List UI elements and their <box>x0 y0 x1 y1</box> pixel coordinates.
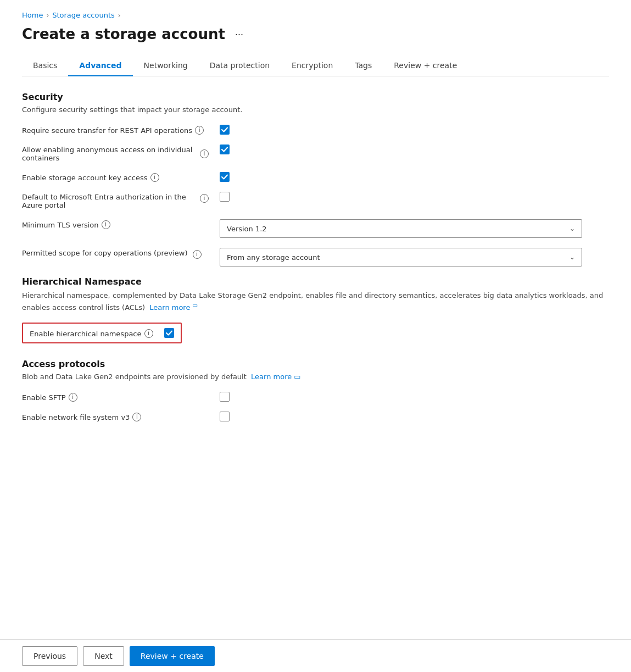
key-access-checkbox[interactable] <box>220 172 230 182</box>
breadcrumb-storage[interactable]: Storage accounts <box>52 11 115 19</box>
tabs-nav: Basics Advanced Networking Data protecti… <box>22 55 609 76</box>
breadcrumb-home[interactable]: Home <box>22 11 43 19</box>
copy-scope-info-icon[interactable]: i <box>193 250 202 259</box>
tab-networking[interactable]: Networking <box>133 55 199 76</box>
hierarchical-description: Hierarchical namespace, complemented by … <box>22 290 609 313</box>
copy-scope-arrow: ⌄ <box>569 253 575 261</box>
access-protocols-ext-icon: ▭ <box>294 373 300 381</box>
hns-info-icon[interactable]: i <box>144 329 153 338</box>
key-access-label: Enable storage account key access i <box>22 172 209 182</box>
hns-label: Enable hierarchical namespace i <box>30 328 153 338</box>
tls-version-value: Version 1.2 <box>227 225 267 233</box>
breadcrumb: Home › Storage accounts › <box>22 11 609 19</box>
copy-scope-dropdown[interactable]: From any storage account ⌄ <box>220 248 582 266</box>
nfs-row: Enable network file system v3 i <box>22 412 609 421</box>
access-protocols-description: Blob and Data Lake Gen2 endpoints are pr… <box>22 373 609 381</box>
content-area: Security Configure security settings tha… <box>22 92 609 486</box>
tab-review-create[interactable]: Review + create <box>383 55 468 76</box>
access-protocols-title: Access protocols <box>22 359 609 369</box>
security-section: Security Configure security settings tha… <box>22 92 609 266</box>
copy-scope-label: Permitted scope for copy operations (pre… <box>22 248 209 259</box>
sftp-label: Enable SFTP i <box>22 392 209 402</box>
tab-advanced[interactable]: Advanced <box>68 55 132 76</box>
review-create-button[interactable]: Review + create <box>130 646 215 666</box>
entra-auth-label: Default to Microsoft Entra authorization… <box>22 192 209 209</box>
tab-tags[interactable]: Tags <box>344 55 383 76</box>
secure-transfer-checkbox[interactable] <box>220 125 230 135</box>
next-button[interactable]: Next <box>83 646 124 666</box>
tls-version-label: Minimum TLS version i <box>22 219 209 229</box>
hns-checkbox[interactable] <box>164 328 174 338</box>
key-access-info-icon[interactable]: i <box>150 173 159 182</box>
secure-transfer-row: Require secure transfer for REST API ope… <box>22 125 609 135</box>
hierarchical-learn-more[interactable]: Learn more ▭ <box>149 303 198 312</box>
anonymous-access-row: Allow enabling anonymous access on indiv… <box>22 145 609 162</box>
secure-transfer-info-icon[interactable]: i <box>195 126 204 135</box>
page-header: Create a storage account ··· <box>22 26 609 42</box>
hierarchical-ext-icon: ▭ <box>193 302 198 308</box>
anonymous-access-info-icon[interactable]: i <box>200 149 209 158</box>
copy-scope-value: From any storage account <box>227 253 320 262</box>
bottom-bar: Previous Next Review + create <box>0 639 631 672</box>
tab-basics[interactable]: Basics <box>22 55 68 76</box>
entra-auth-checkbox[interactable] <box>220 192 230 202</box>
tls-version-arrow: ⌄ <box>569 225 575 232</box>
nfs-info-icon[interactable]: i <box>132 413 141 421</box>
access-protocols-learn-more[interactable]: Learn more ▭ <box>251 373 301 381</box>
hns-highlight-row: Enable hierarchical namespace i <box>22 323 182 343</box>
security-title: Security <box>22 92 609 102</box>
nfs-label: Enable network file system v3 i <box>22 412 209 421</box>
copy-scope-row: Permitted scope for copy operations (pre… <box>22 248 609 266</box>
secure-transfer-label: Require secure transfer for REST API ope… <box>22 125 209 135</box>
sftp-checkbox[interactable] <box>220 392 230 402</box>
hierarchical-section: Hierarchical Namespace Hierarchical name… <box>22 276 609 354</box>
anonymous-access-checkbox[interactable] <box>220 145 230 154</box>
previous-button[interactable]: Previous <box>22 646 77 666</box>
anonymous-access-label: Allow enabling anonymous access on indiv… <box>22 145 209 162</box>
nfs-checkbox[interactable] <box>220 412 230 421</box>
key-access-row: Enable storage account key access i <box>22 172 609 182</box>
tab-data-protection[interactable]: Data protection <box>199 55 281 76</box>
sftp-info-icon[interactable]: i <box>69 393 77 402</box>
tls-version-row: Minimum TLS version i Version 1.2 ⌄ <box>22 219 609 238</box>
access-protocols-section: Access protocols Blob and Data Lake Gen2… <box>22 359 609 421</box>
tls-version-info-icon[interactable]: i <box>102 220 110 229</box>
security-description: Configure security settings that impact … <box>22 105 609 114</box>
sftp-row: Enable SFTP i <box>22 392 609 402</box>
ellipsis-button[interactable]: ··· <box>232 27 247 41</box>
hierarchical-title: Hierarchical Namespace <box>22 276 609 287</box>
breadcrumb-sep2: › <box>118 12 121 19</box>
entra-auth-row: Default to Microsoft Entra authorization… <box>22 192 609 209</box>
tab-encryption[interactable]: Encryption <box>281 55 344 76</box>
page-title: Create a storage account <box>22 26 225 42</box>
entra-auth-info-icon[interactable]: i <box>200 194 209 203</box>
breadcrumb-sep1: › <box>46 12 49 19</box>
tls-version-dropdown[interactable]: Version 1.2 ⌄ <box>220 219 582 238</box>
